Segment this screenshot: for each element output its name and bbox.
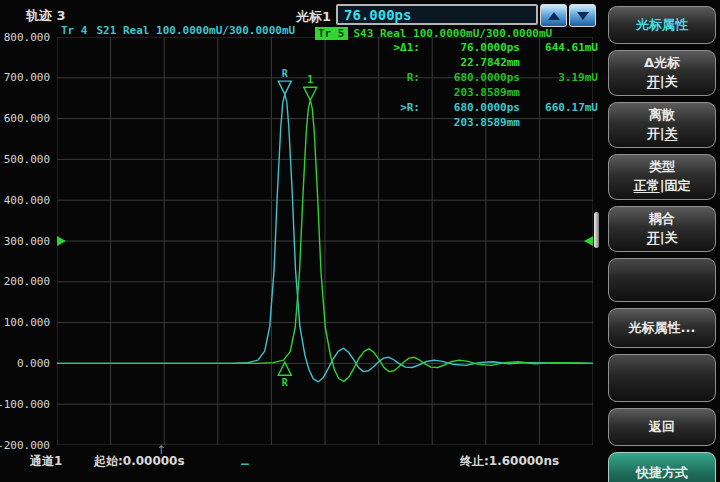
y-tick-label: -200.000: [0, 439, 50, 452]
softkey-label-line: 开|关: [647, 73, 678, 92]
softkey-label-line: 快捷方式: [636, 464, 688, 482]
softkey-label-line: 光标属性: [636, 16, 688, 35]
softkey-label-line: 类型: [649, 158, 675, 177]
readout-time-value: 680.0000ps: [420, 100, 520, 115]
discrete-toggle[interactable]: 离散开|关: [608, 102, 716, 148]
shortcut-button[interactable]: 快捷方式: [608, 452, 716, 482]
readout-marker-label: [376, 85, 420, 100]
softkey-label-line: 离散: [649, 106, 675, 125]
y-axis-labels: 800.000700.000600.000500.000400.000300.0…: [0, 30, 52, 460]
y-tick-label: -100.000: [0, 398, 50, 411]
marker-attributes-title[interactable]: 光标属性: [608, 6, 716, 44]
y-tick-label: 0.000: [17, 357, 50, 370]
softkey-label-line: 光标属性...: [629, 319, 696, 338]
readout-row: R:680.0000ps3.19mU: [376, 70, 598, 85]
readout-time-value: 76.0000ps: [420, 40, 520, 55]
readout-amplitude-value: 3.19mU: [520, 70, 598, 85]
readout-marker-label: [376, 115, 420, 130]
menu-scroll-indicator[interactable]: [594, 212, 599, 248]
arrow-up-icon: [548, 12, 560, 20]
marker-attributes-more[interactable]: 光标属性...: [608, 308, 716, 348]
readout-time-value: 680.0000ps: [420, 70, 520, 85]
trace-chip[interactable]: Tr 5: [315, 27, 348, 40]
y-tick-label: 300.000: [4, 235, 50, 248]
softkey-menu: 光标属性Δ光标开|关离散开|关类型正常|固定耦合开|关光标属性...返回快捷方式: [602, 0, 720, 482]
y-tick-label: 200.000: [4, 275, 50, 288]
marker-step-up-button[interactable]: [540, 4, 567, 27]
readout-row: >Δ1:76.0000ps644.61mU: [376, 40, 598, 55]
readout-marker-label: >Δ1:: [376, 40, 420, 55]
marker-1-active-icon[interactable]: [304, 87, 317, 100]
readout-amplitude-value: [520, 85, 598, 100]
marker-entry-label: 光标1: [296, 8, 331, 26]
sweep-start-label: 起始:0.00000s: [94, 453, 185, 470]
marker-R-tr5-label: R: [282, 377, 289, 388]
stimulus-arrow-icon: ↑: [156, 443, 166, 457]
y-tick-label: 400.000: [4, 194, 50, 207]
arrow-down-icon: [577, 12, 589, 20]
softkey-label-line: 返回: [649, 418, 675, 437]
marker-R-tr4-label: R: [282, 68, 289, 79]
y-tick-label: 800.000: [4, 31, 50, 44]
legend-trace-tr-4[interactable]: Tr 4S21 Real 100.0000mU/300.0000mU: [58, 24, 295, 37]
readout-amplitude-value: 644.61mU: [520, 40, 598, 55]
softkey-label-line: 正常|固定: [634, 177, 691, 196]
marker-position-tick: —: [241, 456, 249, 471]
readout-amplitude-value: [520, 55, 598, 70]
marker-step-down-button[interactable]: [569, 4, 596, 27]
back-button[interactable]: 返回: [608, 408, 716, 446]
blank-button-1[interactable]: [608, 258, 716, 302]
channel-label: 通道1: [30, 453, 62, 470]
marker-position-input[interactable]: [336, 4, 538, 25]
vna-screen: 轨迹 3 光标1 800.000700.000600.000500.000400…: [0, 0, 720, 482]
readout-time-value: 203.8589mm: [420, 115, 520, 130]
readout-row: 22.7842mm: [376, 55, 598, 70]
ref-level-arrow-right-icon: [584, 236, 593, 246]
y-tick-label: 700.000: [4, 71, 50, 84]
delta-marker-toggle[interactable]: Δ光标开|关: [608, 50, 716, 96]
readout-marker-label: >R:: [376, 100, 420, 115]
readout-marker-label: R:: [376, 70, 420, 85]
marker-1-active-label: 1: [307, 74, 313, 85]
sweep-stop-label: 终止:1.60000ns: [460, 453, 559, 470]
softkey-label-line: 开|关: [647, 229, 678, 248]
softkey-label-line: 耦合: [649, 210, 675, 229]
type-toggle[interactable]: 类型正常|固定: [608, 154, 716, 200]
trace-chip[interactable]: Tr 4: [58, 24, 91, 37]
blank-button-2[interactable]: [608, 354, 716, 402]
coupling-toggle[interactable]: 耦合开|关: [608, 206, 716, 252]
y-tick-label: 500.000: [4, 153, 50, 166]
readout-row: 203.8589mm: [376, 115, 598, 130]
readout-row: >R:680.0000ps660.17mU: [376, 100, 598, 115]
y-tick-label: 600.000: [4, 112, 50, 125]
softkey-label-line: 开|关: [647, 125, 678, 144]
marker-R-tr5-icon[interactable]: [278, 362, 291, 375]
trace-format-label: S43 Real 100.0000mU/300.0000mU: [354, 27, 553, 40]
readout-marker-label: [376, 55, 420, 70]
readout-time-value: 22.7842mm: [420, 55, 520, 70]
ref-level-arrow-left-icon: [57, 236, 66, 246]
marker-R-tr4-icon[interactable]: [278, 81, 291, 94]
readout-amplitude-value: [520, 115, 598, 130]
readout-time-value: 203.8589mm: [420, 85, 520, 100]
legend-trace-tr-5[interactable]: Tr 5S43 Real 100.0000mU/300.0000mU: [315, 27, 552, 40]
marker-readout: >Δ1:76.0000ps644.61mU22.7842mmR:680.0000…: [376, 40, 598, 130]
trace-format-label: S21 Real 100.0000mU/300.0000mU: [97, 24, 296, 37]
readout-amplitude-value: 660.17mU: [520, 100, 598, 115]
y-tick-label: 100.000: [4, 316, 50, 329]
readout-row: 203.8589mm: [376, 85, 598, 100]
softkey-label-line: Δ光标: [644, 54, 680, 73]
active-trace-title: 轨迹 3: [26, 7, 66, 25]
